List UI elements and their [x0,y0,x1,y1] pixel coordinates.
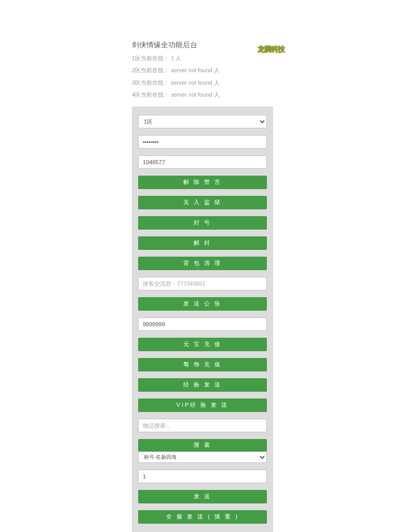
send-vip-exp-button[interactable]: VIP经 验 发 送 [138,398,267,412]
unban-speech-button[interactable]: 解 除 禁 言 [138,176,267,189]
unseal-button[interactable]: 解 封 [138,236,267,250]
message-input[interactable] [138,277,267,290]
quantity-input[interactable] [138,470,267,483]
zone-select[interactable]: 1区 [138,115,267,128]
zone-1-status: 1区当前在线： 1 人 [132,55,273,62]
send-all-button[interactable]: 全 服 发 送 ( 慎 重 ) [138,510,267,524]
logo-text: 龙腾科技 [258,45,285,54]
account-input[interactable] [138,155,267,169]
search-button[interactable]: 搜 索 [138,439,267,451]
page-title: 剑侠情缘全功能后台 [132,41,273,50]
clear-bag-button[interactable]: 背 包 清 理 [138,257,267,270]
zone-4-status: 4区当前在线： server not found 人 [132,91,273,99]
jail-button[interactable]: 关 入 监 狱 [138,196,267,209]
ban-account-button[interactable]: 封 号 [138,216,267,230]
amount-input[interactable] [138,317,267,331]
admin-panel: 1区 解 除 禁 言 关 入 监 狱 封 号 解 封 背 包 清 理 发 送 公… [132,107,273,532]
recharge-zhuangshi-button[interactable]: 骜 饰 充 值 [138,358,267,371]
zone-3-status: 3区当前在线： server not found 人 [132,79,273,87]
zone-2-status: 2区当前在线： server not found 人 [132,66,273,74]
send-exp-button[interactable]: 经 验 发 送 [138,378,267,392]
send-button[interactable]: 发 送 [138,490,267,503]
password-input[interactable] [138,135,267,149]
recharge-yuanbao-button[interactable]: 元 宝 充 值 [138,338,267,351]
item-search-input[interactable] [138,419,267,432]
send-notice-button[interactable]: 发 送 公 告 [138,297,267,311]
item-select[interactable]: 称号-名扬四海 [138,451,267,463]
